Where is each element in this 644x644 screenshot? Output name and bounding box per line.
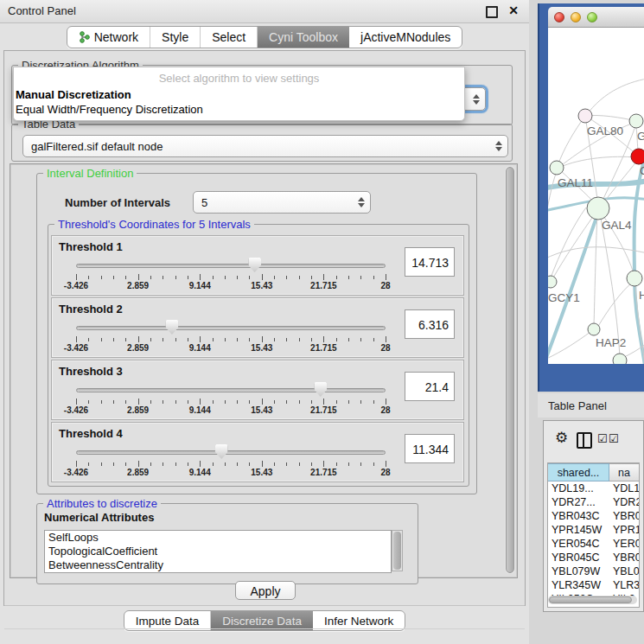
network-edge[interactable] <box>552 212 596 279</box>
cell-shared-name[interactable]: YLR345W <box>548 578 609 592</box>
tick-mark <box>262 274 263 280</box>
network-window-titlebar[interactable] <box>548 7 644 28</box>
tick-label: 15.43 <box>251 343 272 353</box>
slider-thumb[interactable] <box>248 258 261 272</box>
table-data-combo[interactable]: galFiltered.sif default node <box>22 135 508 157</box>
tab-infer-network[interactable]: Infer Network <box>313 611 405 630</box>
tick-mark <box>311 462 312 466</box>
table-row[interactable]: YER054CYER0 <box>548 537 639 551</box>
cell-shared-name[interactable]: YER054C <box>548 537 609 551</box>
cell-shared-name[interactable]: YBL079W <box>548 564 609 578</box>
threshold-3-value[interactable]: 21.4 <box>405 372 455 401</box>
mac-close-button[interactable] <box>554 12 564 22</box>
gear-icon[interactable]: ⚙ <box>555 430 568 445</box>
cell-name[interactable]: YDR2 <box>609 495 639 509</box>
cell-name[interactable]: YDL1 <box>609 481 639 495</box>
settings-vertical-scrollbar[interactable] <box>505 166 515 574</box>
threshold-2-value[interactable]: 6.316 <box>405 309 455 339</box>
algorithm-option-manual[interactable]: Manual Discretization <box>16 88 448 101</box>
tab-impute-data[interactable]: Impute Data <box>124 611 212 630</box>
table-row[interactable]: YLR345WYLR3 <box>548 578 639 592</box>
network-edge[interactable] <box>634 157 644 364</box>
table-row[interactable]: YBL079WYBL0 <box>548 564 639 578</box>
attribute-list-item[interactable]: BetweennessCentrality <box>45 558 391 572</box>
split-columns-icon[interactable] <box>577 432 592 449</box>
checkbox-icon[interactable]: ☑ <box>597 432 608 445</box>
cell-shared-name[interactable]: YBR045C <box>548 551 609 564</box>
table-horizontal-scrollbar[interactable] <box>548 596 637 604</box>
network-node[interactable] <box>627 271 642 286</box>
network-node[interactable] <box>613 354 627 364</box>
cell-shared-name[interactable]: YDR27... <box>548 495 609 509</box>
cell-shared-name[interactable]: YPR145W <box>548 523 609 537</box>
threshold-4-slider[interactable]: -3.4262.8599.14415.4321.71528 <box>76 443 386 480</box>
network-edge[interactable] <box>585 78 644 117</box>
network-edge[interactable] <box>548 213 598 364</box>
table-row[interactable]: YDL19...YDL1 <box>548 481 639 495</box>
mac-minimize-button[interactable] <box>571 12 581 22</box>
network-edge[interactable] <box>594 214 597 326</box>
attribute-list-item[interactable]: SelfLoops <box>45 531 391 545</box>
float-window-icon[interactable] <box>486 6 498 18</box>
scrollbar-thumb[interactable] <box>549 596 632 603</box>
threshold-1-slider[interactable]: -3.4262.8599.14415.4321.71528 <box>76 257 386 293</box>
cell-name[interactable]: YBR0 <box>609 509 639 523</box>
close-icon[interactable]: ✕ <box>508 3 519 17</box>
checkbox-icon[interactable]: ☑ <box>609 432 619 445</box>
table-data-value: galFiltered.sif default node <box>23 140 490 153</box>
cell-name[interactable]: YER0 <box>609 537 639 551</box>
attributes-group: Attributes to discretize Numerical Attri… <box>36 503 418 584</box>
network-node[interactable] <box>588 323 600 335</box>
table-row[interactable]: YDR27...YDR2 <box>548 495 639 509</box>
network-node[interactable] <box>550 161 564 175</box>
threshold-2-slider[interactable]: -3.4262.8599.14415.4321.71528 <box>76 319 386 355</box>
slider-thumb[interactable] <box>165 320 178 335</box>
network-node[interactable] <box>548 276 557 288</box>
cell-shared-name[interactable]: YBR043C <box>548 509 609 523</box>
network-node[interactable] <box>578 109 592 123</box>
cell-name[interactable]: YPR1 <box>609 523 639 537</box>
column-header-shared-name[interactable]: shared... <box>548 463 609 481</box>
threshold-1-value[interactable]: 14.713 <box>405 247 455 277</box>
attributes-list-scrollbar[interactable] <box>392 530 403 571</box>
network-edge[interactable] <box>600 126 635 206</box>
tab-network[interactable]: Network <box>67 27 150 48</box>
network-canvas[interactable]: GAL80GCGAL11GAL4GCY1HHAP2 <box>548 28 644 364</box>
table-row[interactable]: YPR145WYPR1 <box>548 523 639 537</box>
network-edge[interactable] <box>548 171 557 226</box>
tick-mark <box>101 338 102 341</box>
tab-cyni-toolbox[interactable]: Cyni Toolbox <box>258 27 349 48</box>
numerical-attributes-list[interactable]: SelfLoopsTopologicalCoefficientBetweenne… <box>44 530 392 573</box>
interval-definition-title: Interval Definition <box>43 167 137 180</box>
table-row[interactable]: YBR045CYBR0 <box>548 551 639 564</box>
network-node[interactable] <box>587 197 609 220</box>
attribute-list-item[interactable]: TopologicalCoefficient <box>45 545 391 558</box>
tab-style[interactable]: Style <box>150 27 201 48</box>
scrollbar-thumb[interactable] <box>506 167 514 573</box>
threshold-4-value[interactable]: 11.344 <box>405 434 455 463</box>
number-of-intervals-combo[interactable]: 5 <box>193 191 371 214</box>
cell-name[interactable]: YBR0 <box>609 551 639 564</box>
cell-shared-name[interactable]: YDL19... <box>548 481 609 495</box>
apply-button[interactable]: Apply <box>235 581 296 600</box>
tick-mark <box>249 276 250 279</box>
mac-zoom-button[interactable] <box>587 12 597 22</box>
network-edge[interactable] <box>550 207 586 280</box>
network-edge[interactable] <box>600 214 620 356</box>
algorithm-option-equal-width[interactable]: Equal Width/Frequency Discretization <box>16 103 448 116</box>
tab-jactivemnodules[interactable]: jActiveMNodules <box>349 27 462 48</box>
threshold-4-label: Threshold 4 <box>59 427 123 440</box>
network-node[interactable] <box>631 149 644 164</box>
cell-name[interactable]: YLR3 <box>609 578 639 592</box>
column-header-name[interactable]: na <box>609 463 639 481</box>
tab-group: Network Style Select Cyni Toolbox jActiv… <box>67 26 463 48</box>
tab-select[interactable]: Select <box>201 27 258 48</box>
slider-thumb[interactable] <box>215 444 228 459</box>
table-row[interactable]: YBR043CYBR0 <box>548 509 639 523</box>
tick-mark <box>360 400 361 404</box>
slider-thumb[interactable] <box>314 382 327 397</box>
tab-discretize-data[interactable]: Discretize Data <box>211 611 313 630</box>
cell-name[interactable]: YBL0 <box>609 564 639 578</box>
threshold-3-slider[interactable]: -3.4262.8599.14415.4321.71528 <box>76 381 386 418</box>
network-node[interactable] <box>629 114 643 128</box>
